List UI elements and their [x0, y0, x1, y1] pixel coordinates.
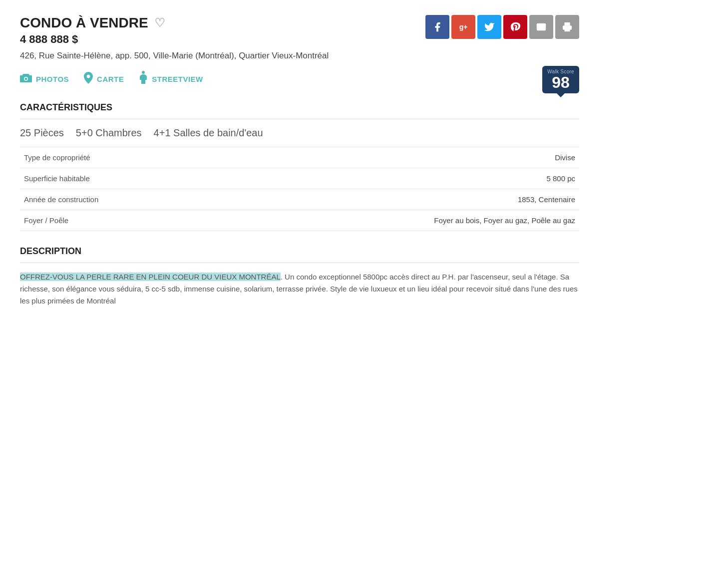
facebook-button[interactable]	[425, 15, 449, 39]
tab-carte[interactable]: CARTE	[84, 72, 124, 86]
twitter-button[interactable]	[477, 15, 501, 39]
price: 4 888 888 $	[20, 33, 165, 46]
row-label-2: Année de construction	[20, 189, 219, 210]
row-value-0: Divise	[219, 147, 579, 168]
favorite-icon[interactable]: ♡	[154, 16, 165, 30]
googleplus-button[interactable]: g+	[451, 15, 475, 39]
email-button[interactable]	[529, 15, 553, 39]
camera-icon	[20, 73, 32, 85]
summary-stats: 25 Pièces 5+0 Chambres 4+1 Salles de bai…	[20, 127, 579, 139]
tab-streetview-label: STREETVIEW	[152, 75, 203, 83]
print-button[interactable]	[555, 15, 579, 39]
table-row: Année de construction 1853, Centenaire	[20, 189, 579, 210]
row-value-1: 5 800 pc	[219, 168, 579, 189]
description-section: DESCRIPTION OFFREZ-VOUS LA PERLE RARE EN…	[20, 246, 579, 307]
section-divider-2	[20, 263, 579, 263]
walk-score-badge: Walk Score 98	[542, 66, 579, 93]
table-row: Foyer / Poêle Foyer au bois, Foyer au ga…	[20, 210, 579, 231]
pieces-stat: 25 Pièces	[20, 127, 64, 139]
row-value-3: Foyer au bois, Foyer au gaz, Poêle au ga…	[219, 210, 579, 231]
description-text: OFFREZ-VOUS LA PERLE RARE EN PLEIN COEUR…	[20, 271, 579, 307]
caracteristiques-section: CARACTÉRISTIQUES 25 Pièces 5+0 Chambres …	[20, 102, 579, 231]
title-text: CONDO À VENDRE	[20, 15, 148, 31]
description-highlight: OFFREZ-VOUS LA PERLE RARE EN PLEIN COEUR…	[20, 273, 281, 281]
walk-score-value: 98	[547, 74, 574, 90]
row-label-1: Superficie habitable	[20, 168, 219, 189]
table-row: Superficie habitable 5 800 pc	[20, 168, 579, 189]
person-icon	[139, 71, 148, 87]
pinterest-button[interactable]	[503, 15, 527, 39]
header-section: CONDO À VENDRE ♡ 4 888 888 $ g+	[20, 15, 579, 46]
nav-tabs: PHOTOS CARTE STREETVIEW Walk Score 98	[20, 71, 579, 87]
svg-rect-0	[565, 28, 570, 31]
row-value-2: 1853, Centenaire	[219, 189, 579, 210]
social-icons: g+	[425, 15, 579, 39]
tab-streetview[interactable]: STREETVIEW	[139, 71, 203, 87]
table-row: Type de copropriété Divise	[20, 147, 579, 168]
caracteristiques-title: CARACTÉRISTIQUES	[20, 102, 579, 113]
gplus-label: g+	[459, 23, 468, 31]
detail-table: Type de copropriété Divise Superficie ha…	[20, 147, 579, 231]
map-pin-icon	[84, 72, 93, 86]
row-label-0: Type de copropriété	[20, 147, 219, 168]
title-block: CONDO À VENDRE ♡ 4 888 888 $	[20, 15, 165, 46]
chambres-stat: 5+0 Chambres	[76, 127, 142, 139]
listing-title: CONDO À VENDRE ♡	[20, 15, 165, 31]
svg-point-3	[142, 71, 145, 74]
tab-carte-label: CARTE	[97, 75, 124, 83]
salles-stat: 4+1 Salles de bain/d'eau	[154, 127, 263, 139]
tab-photos[interactable]: PHOTOS	[20, 73, 69, 85]
row-label-3: Foyer / Poêle	[20, 210, 219, 231]
section-divider-1	[20, 119, 579, 119]
description-title: DESCRIPTION	[20, 246, 579, 257]
tab-photos-label: PHOTOS	[36, 75, 69, 83]
svg-point-2	[25, 78, 27, 80]
address: 426, Rue Sainte-Hélène, app. 500, Ville-…	[20, 51, 579, 61]
